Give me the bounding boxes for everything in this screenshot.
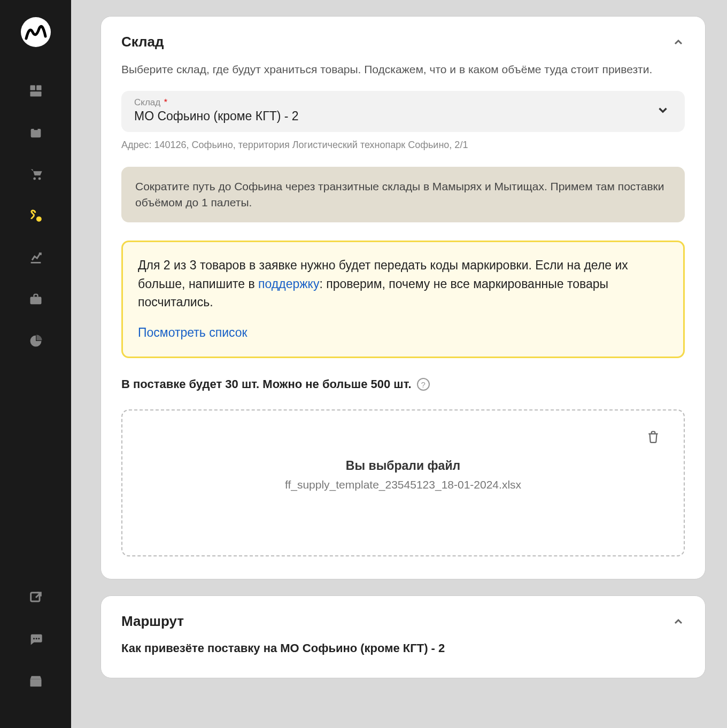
stock-summary-text: В поставке будет 30 шт. Можно не больше … — [121, 377, 412, 391]
svg-point-6 — [33, 177, 36, 180]
svg-rect-4 — [30, 129, 41, 137]
route-card-header[interactable]: Маршрут — [121, 613, 685, 630]
svg-rect-1 — [30, 86, 35, 90]
nav-pie-icon[interactable] — [25, 330, 47, 352]
sidebar — [0, 0, 71, 728]
support-link[interactable]: поддержку — [258, 277, 319, 291]
dropzone-filename: ff_supply_template_23545123_18-01-2024.x… — [138, 478, 668, 491]
svg-point-12 — [35, 638, 37, 639]
view-list-link[interactable]: Посмотреть список — [138, 323, 248, 342]
svg-rect-5 — [34, 127, 37, 130]
warehouse-card-header[interactable]: Склад — [121, 34, 685, 50]
svg-rect-14 — [30, 679, 41, 687]
required-asterisk: * — [164, 98, 167, 107]
nav-box-icon[interactable] — [25, 122, 47, 143]
svg-rect-10 — [30, 593, 39, 601]
warehouse-address: Адрес: 140126, Софьино, территория Логис… — [121, 140, 685, 151]
trash-icon[interactable] — [646, 430, 660, 446]
marking-codes-alert: Для 2 из 3 товаров в заявке нужно будет … — [121, 241, 685, 358]
stock-summary: В поставке будет 30 шт. Можно не больше … — [121, 377, 685, 391]
chevron-down-icon — [656, 103, 670, 119]
help-icon[interactable]: ? — [417, 378, 430, 391]
warehouse-card: Склад Выберите склад, где будут хранитьс… — [100, 16, 706, 579]
nav-route-icon[interactable] — [25, 205, 47, 227]
nav-dashboard-icon[interactable] — [25, 80, 47, 102]
svg-point-8 — [37, 217, 41, 221]
main-content: Склад Выберите склад, где будут хранитьс… — [71, 0, 727, 728]
route-card: Маршрут Как привезёте поставку на МО Соф… — [100, 595, 706, 678]
nav-external-link-icon[interactable] — [25, 587, 47, 608]
svg-point-0 — [21, 17, 51, 47]
svg-point-7 — [38, 177, 41, 180]
warehouse-select-value: МО Софьино (кроме КГТ) - 2 — [134, 109, 672, 123]
warehouse-title: Склад — [121, 34, 164, 50]
nav-chart-icon[interactable] — [25, 247, 47, 268]
chevron-up-icon — [672, 36, 685, 49]
svg-point-13 — [38, 638, 40, 639]
dropzone-title: Вы выбрали файл — [138, 459, 668, 473]
app-logo[interactable] — [20, 16, 52, 48]
chevron-up-icon — [672, 615, 685, 628]
route-title: Маршрут — [121, 613, 184, 630]
nav-store-icon[interactable] — [25, 670, 47, 692]
warehouse-select[interactable]: Склад * МО Софьино (кроме КГТ) - 2 — [121, 91, 685, 132]
transit-info-box: Сократите путь до Софьина через транзитн… — [121, 167, 685, 223]
warehouse-subtitle: Выберите склад, где будут храниться това… — [121, 61, 685, 78]
svg-rect-3 — [30, 91, 41, 96]
warehouse-select-label: Склад — [134, 97, 160, 107]
svg-rect-2 — [36, 86, 41, 90]
file-dropzone[interactable]: Вы выбрали файл ff_supply_template_23545… — [121, 409, 685, 556]
nav-cart-icon[interactable] — [25, 164, 47, 185]
nav-briefcase-icon[interactable] — [25, 289, 47, 310]
nav-chat-icon[interactable] — [25, 629, 47, 650]
svg-rect-9 — [30, 297, 41, 304]
svg-point-11 — [33, 638, 34, 639]
route-question: Как привезёте поставку на МО Софьино (кр… — [121, 641, 685, 655]
